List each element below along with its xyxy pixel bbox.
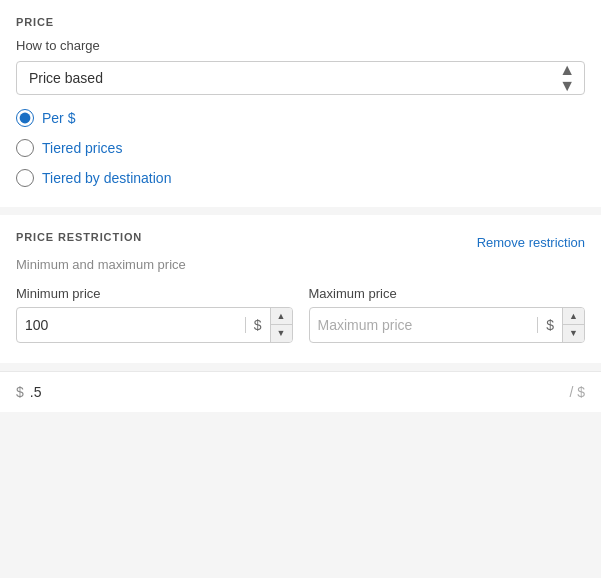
charge-type-select-wrapper: Price based Free Fixed price Tiered pric… <box>16 61 585 95</box>
pricing-type-radio-group: Per $ Tiered prices Tiered by destinatio… <box>16 109 585 187</box>
radio-per-dollar-label: Per $ <box>42 110 75 126</box>
min-price-currency: $ <box>245 317 270 333</box>
price-restriction-section: PRICE RESTRICTION Remove restriction Min… <box>0 215 601 363</box>
radio-item-tiered-destination[interactable]: Tiered by destination <box>16 169 585 187</box>
max-price-input[interactable] <box>310 310 538 340</box>
min-price-input[interactable] <box>17 310 245 340</box>
charge-type-select[interactable]: Price based Free Fixed price Tiered pric… <box>16 61 585 95</box>
max-price-label: Maximum price <box>309 286 586 301</box>
radio-tiered-destination-label: Tiered by destination <box>42 170 171 186</box>
max-price-input-wrapper: $ ▲ ▼ <box>309 307 586 343</box>
how-to-charge-label: How to charge <box>16 38 585 53</box>
max-price-decrement[interactable]: ▼ <box>563 325 584 342</box>
radio-item-per-dollar[interactable]: Per $ <box>16 109 585 127</box>
radio-tiered-prices[interactable] <box>16 139 34 157</box>
max-price-group: Maximum price $ ▲ ▼ <box>309 286 586 343</box>
min-price-decrement[interactable]: ▼ <box>271 325 292 342</box>
radio-per-dollar[interactable] <box>16 109 34 127</box>
restriction-hint: Minimum and maximum price <box>16 257 585 272</box>
min-price-input-wrapper: $ ▲ ▼ <box>16 307 293 343</box>
min-price-stepper: ▲ ▼ <box>270 308 292 342</box>
min-price-label: Minimum price <box>16 286 293 301</box>
bottom-currency-icon: $ <box>16 384 24 400</box>
price-section-label: PRICE <box>16 16 585 28</box>
price-fields-row: Minimum price $ ▲ ▼ Maximum price $ ▲ ▼ <box>16 286 585 343</box>
restriction-header: PRICE RESTRICTION Remove restriction <box>16 231 585 253</box>
bottom-value: .5 <box>30 384 562 400</box>
bottom-suffix: / $ <box>569 384 585 400</box>
radio-item-tiered-prices[interactable]: Tiered prices <box>16 139 585 157</box>
min-price-group: Minimum price $ ▲ ▼ <box>16 286 293 343</box>
remove-restriction-button[interactable]: Remove restriction <box>477 235 585 250</box>
price-section: PRICE How to charge Price based Free Fix… <box>0 0 601 207</box>
max-price-currency: $ <box>537 317 562 333</box>
min-price-increment[interactable]: ▲ <box>271 308 292 325</box>
max-price-increment[interactable]: ▲ <box>563 308 584 325</box>
max-price-stepper: ▲ ▼ <box>562 308 584 342</box>
radio-tiered-prices-label: Tiered prices <box>42 140 122 156</box>
restriction-section-label: PRICE RESTRICTION <box>16 231 142 243</box>
bottom-bar: $ .5 / $ <box>0 371 601 412</box>
radio-tiered-destination[interactable] <box>16 169 34 187</box>
